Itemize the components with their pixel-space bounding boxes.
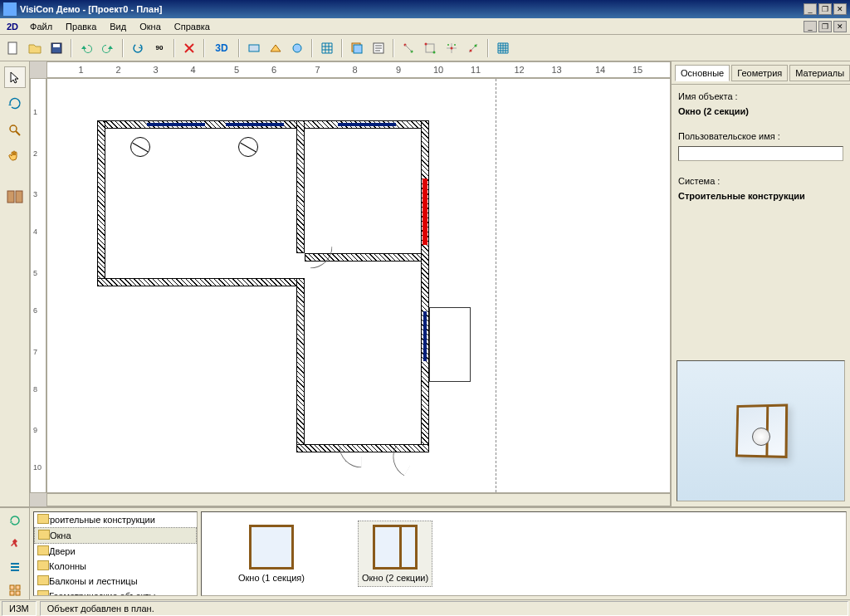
- catalog-item-2[interactable]: Окно (2 секции): [358, 521, 432, 587]
- tab-materials[interactable]: Материалы: [789, 65, 850, 81]
- menu-edit[interactable]: Правка: [61, 20, 101, 33]
- selected-window: [423, 178, 427, 245]
- snap-c[interactable]: [442, 38, 462, 58]
- h-scrollbar[interactable]: [46, 493, 671, 506]
- svg-rect-25: [16, 591, 20, 595]
- snap-a[interactable]: [398, 38, 418, 58]
- tree-geom[interactable]: Геометрические объекты: [34, 589, 197, 596]
- user-name-label: Пользовательское имя :: [678, 131, 843, 141]
- svg-point-19: [10, 125, 17, 132]
- app-icon: [3, 2, 17, 16]
- angle-button[interactable]: 90: [149, 38, 169, 58]
- object-name-label: Имя объекта :: [678, 91, 843, 101]
- svg-rect-24: [10, 591, 14, 595]
- svg-point-15: [447, 44, 449, 46]
- props-button[interactable]: [369, 38, 388, 58]
- centerline: [496, 79, 496, 492]
- system-label: Система :: [678, 176, 843, 186]
- save-button[interactable]: [46, 38, 66, 58]
- menu-view[interactable]: Вид: [105, 20, 131, 33]
- tool-a[interactable]: [244, 38, 264, 58]
- tab-main[interactable]: Основные: [675, 65, 730, 81]
- status-mode: ИЗМ: [2, 601, 37, 616]
- tree-doors[interactable]: Двери: [34, 544, 197, 559]
- pivot-icon: [752, 428, 770, 446]
- mdi-maximize-button[interactable]: ❐: [818, 21, 832, 32]
- svg-rect-2: [53, 44, 60, 47]
- svg-rect-0: [8, 42, 17, 54]
- cat-pin[interactable]: [5, 535, 25, 553]
- minimize-button[interactable]: _: [804, 3, 817, 15]
- cat-refresh[interactable]: [5, 511, 25, 530]
- svg-rect-20: [7, 191, 14, 203]
- new-button[interactable]: [3, 38, 23, 58]
- mode-2d[interactable]: 2D: [3, 22, 22, 32]
- snap-b[interactable]: [420, 38, 440, 58]
- grid-button[interactable]: [317, 38, 337, 58]
- svg-point-13: [433, 51, 436, 53]
- tab-geometry[interactable]: Геометрия: [731, 65, 788, 81]
- undo-button[interactable]: [76, 38, 96, 58]
- tree-windows[interactable]: Окна: [34, 527, 197, 544]
- catalog-items: Окно (1 секция) Окно (2 секции): [201, 511, 847, 596]
- delete-button[interactable]: [179, 38, 199, 58]
- open-button[interactable]: [25, 38, 45, 58]
- svg-point-12: [425, 42, 427, 45]
- user-name-input[interactable]: [678, 146, 843, 161]
- svg-point-18: [475, 44, 477, 46]
- mdi-close-button[interactable]: ✕: [833, 21, 847, 32]
- snap-d[interactable]: [463, 38, 483, 58]
- svg-rect-4: [249, 45, 259, 51]
- redo-button[interactable]: [98, 38, 118, 58]
- preview-3d[interactable]: [677, 360, 845, 501]
- close-button[interactable]: ✕: [833, 3, 847, 15]
- door-tool[interactable]: [4, 186, 26, 208]
- mdi-minimize-button[interactable]: _: [804, 21, 817, 32]
- cat-list[interactable]: [5, 558, 25, 576]
- select-tool[interactable]: [4, 66, 26, 88]
- horizontal-ruler: 123456789101112131415: [46, 61, 671, 78]
- catalog-item-1[interactable]: Окно (1 секция): [235, 521, 308, 586]
- vertical-ruler: 12345678910: [30, 78, 46, 493]
- layer-button[interactable]: [347, 38, 367, 58]
- svg-rect-11: [426, 44, 434, 52]
- menu-windows[interactable]: Окна: [134, 20, 166, 33]
- catalog-item-1-label: Окно (1 секция): [238, 573, 305, 583]
- svg-point-5: [293, 44, 301, 52]
- system-value: Строительные конструкции: [678, 191, 843, 201]
- cat-grid[interactable]: [5, 581, 25, 599]
- tool-c[interactable]: [287, 38, 307, 58]
- 3d-button[interactable]: 3D: [209, 38, 234, 58]
- svg-rect-23: [16, 585, 20, 589]
- rotate-button[interactable]: [128, 38, 148, 58]
- pan-tool[interactable]: [4, 146, 26, 168]
- catalog-item-2-label: Окно (2 секции): [362, 573, 428, 583]
- svg-point-16: [454, 44, 456, 46]
- rotate-tool[interactable]: [4, 93, 26, 115]
- window-2-icon: [373, 525, 418, 570]
- svg-rect-7: [354, 45, 362, 53]
- catalog-tree[interactable]: Строительные конструкции Окна Двери Коло…: [33, 511, 198, 596]
- plan-canvas[interactable]: [46, 78, 671, 493]
- object-name-value: Окно (2 секции): [678, 106, 843, 116]
- window-1-icon: [249, 525, 294, 570]
- menu-help[interactable]: Справка: [169, 20, 215, 33]
- svg-rect-21: [16, 191, 22, 203]
- svg-rect-22: [10, 585, 14, 589]
- svg-point-14: [451, 46, 453, 49]
- menu-file[interactable]: Файл: [25, 20, 57, 33]
- status-message: Объект добавлен в план.: [40, 601, 848, 616]
- maximize-button[interactable]: ❐: [818, 3, 832, 15]
- tool-b[interactable]: [266, 38, 286, 58]
- window-title: VisiCon Демо - [Проект0 - План]: [20, 4, 804, 14]
- grid-snap-button[interactable]: [493, 38, 513, 58]
- tree-balconies[interactable]: Балконы и лестницы: [34, 574, 197, 589]
- zoom-tool[interactable]: [4, 120, 26, 141]
- tree-root[interactable]: Строительные конструкции: [34, 512, 197, 527]
- svg-point-17: [470, 49, 472, 51]
- tree-columns[interactable]: Колонны: [34, 559, 197, 574]
